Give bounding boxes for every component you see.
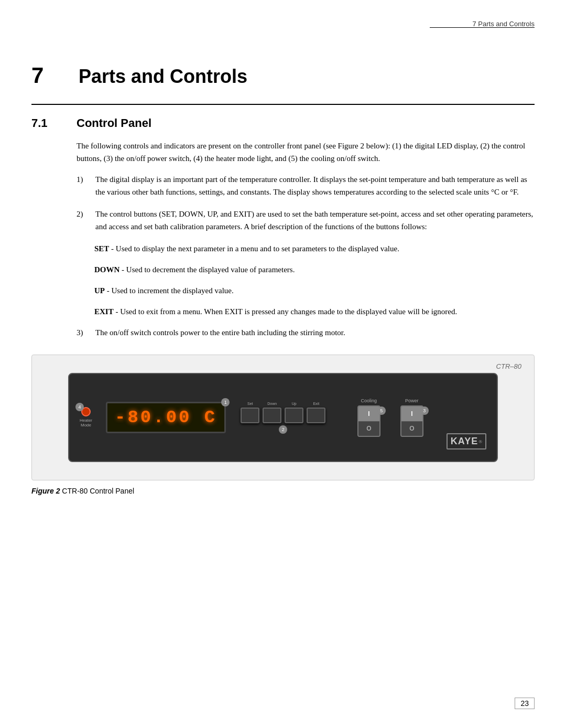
list-item: 3) The on/off switch controls power to t…: [77, 326, 535, 339]
down-description: DOWN - Used to decrement the displayed v…: [94, 263, 535, 276]
chapter-number: 7: [31, 63, 63, 88]
figure-caption: Figure 2 CTR-80 Control Panel: [31, 487, 535, 495]
power-switch-group: Power I O 3: [400, 398, 423, 437]
exit-desc-text: - Used to exit from a menu. When EXIT is…: [115, 307, 457, 316]
power-switch-off: O: [401, 422, 422, 436]
heater-mode-label: HeaterMode: [80, 419, 92, 428]
page-header: 7 Parts and Controls: [472, 20, 535, 28]
list-item-3-wrapper: 3) The on/off switch controls power to t…: [77, 326, 535, 339]
exit-btn-label: Exit: [307, 402, 325, 405]
list-item: 2) The control buttons (SET, DOWN, UP, a…: [77, 208, 535, 233]
up-key: UP: [94, 286, 105, 295]
down-button[interactable]: [263, 408, 281, 423]
up-button[interactable]: [285, 408, 303, 423]
badge-2: 2: [279, 425, 287, 434]
down-desc-text: - Used to decrement the displayed value …: [122, 265, 295, 274]
intro-paragraph: The following controls and indicators ar…: [77, 140, 535, 165]
list-num-2: 2): [77, 208, 95, 233]
power-switch-on: I: [401, 406, 422, 422]
page: 7 Parts and Controls 7 Parts and Control…: [0, 0, 566, 728]
up-btn-label: Up: [285, 402, 303, 405]
section-heading: 7.1 Control Panel: [31, 116, 535, 130]
btn-row: [241, 408, 325, 423]
section-number: 7.1: [31, 116, 63, 130]
led-display: 1 -80.00 C: [106, 402, 226, 433]
set-btn-label: Set: [241, 402, 259, 405]
exit-key: EXIT: [94, 307, 114, 316]
kaye-text: KAYE: [451, 436, 478, 447]
figure-ctr-label: CTR–80: [496, 362, 521, 370]
chapter-divider-line: [31, 104, 535, 105]
cooling-switch-off: O: [358, 422, 379, 436]
list-content-2: The control buttons (SET, DOWN, UP, and …: [95, 208, 535, 233]
badge-5: 5: [377, 406, 386, 415]
set-desc-text: - Used to display the next parameter in …: [111, 244, 399, 253]
list-num-3: 3): [77, 326, 95, 339]
kaye-registered: ®: [478, 439, 482, 444]
numbered-list: 1) The digital display is an important p…: [77, 173, 535, 233]
section-title: Control Panel: [77, 116, 151, 130]
chapter-title: Parts and Controls: [79, 66, 247, 88]
exit-description: EXIT - Used to exit from a menu. When EX…: [94, 305, 535, 318]
header-divider: [430, 27, 535, 28]
panel-simulation: 4 HeaterMode 1 -80.00 C Set Down Up Exit: [48, 366, 518, 469]
heater-mode-indicator: 4 HeaterMode: [80, 407, 92, 428]
page-number: 23: [515, 698, 535, 709]
kaye-logo: KAYE ®: [447, 433, 486, 449]
list-content-1: The digital display is an important part…: [95, 173, 535, 198]
kaye-logo-area: KAYE ®: [447, 433, 486, 449]
figure-caption-label: Figure 2: [31, 487, 60, 495]
set-key: SET: [94, 244, 109, 253]
down-key: DOWN: [94, 265, 119, 274]
chapter-heading: 7 Parts and Controls: [31, 63, 535, 88]
control-buttons: Set Down Up Exit 2: [241, 402, 325, 434]
cooling-switch-group: Cooling I O 5: [357, 398, 380, 437]
control-panel: 4 HeaterMode 1 -80.00 C Set Down Up Exit: [68, 373, 498, 462]
led-text: -80.00 C: [115, 408, 217, 427]
down-btn-label: Down: [263, 402, 281, 405]
set-description: SET - Used to display the next parameter…: [94, 242, 535, 255]
cooling-switch-on: I: [358, 406, 379, 422]
list-item: 1) The digital display is an important p…: [77, 173, 535, 198]
figure-box: CTR–80 4 HeaterMode 1 -80.00 C Se: [31, 355, 535, 480]
badge-1: 1: [221, 398, 230, 406]
list-content-3: The on/off switch controls power to the …: [95, 326, 535, 339]
badge-3: 3: [420, 406, 429, 415]
list-num-1: 1): [77, 173, 95, 198]
cooling-label: Cooling: [361, 398, 377, 403]
set-button[interactable]: [241, 408, 259, 423]
main-content: 7 Parts and Controls 7.1 Control Panel T…: [31, 63, 535, 339]
figure-caption-text: CTR-80 Control Panel: [62, 487, 134, 495]
exit-button[interactable]: [307, 408, 325, 423]
up-desc-text: - Used to increment the displayed value.: [107, 286, 234, 295]
power-label: Power: [405, 398, 419, 403]
up-description: UP - Used to increment the displayed val…: [94, 284, 535, 297]
btn-labels: Set Down Up Exit: [241, 402, 325, 405]
